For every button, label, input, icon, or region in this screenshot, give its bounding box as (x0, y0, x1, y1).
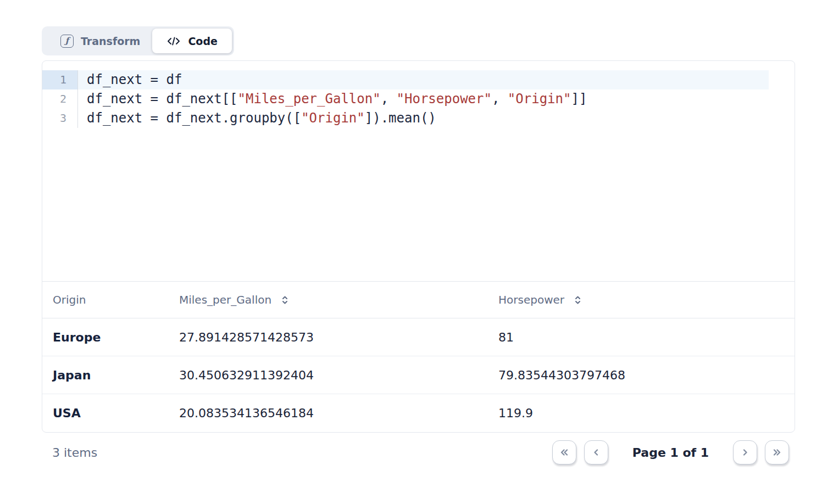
table-row: USA20.083534136546184119.9 (42, 394, 795, 432)
line-number: 1 (42, 70, 78, 89)
column-header-horsepower[interactable]: Horsepower (498, 293, 795, 306)
function-icon: ƒ (60, 35, 74, 48)
tab-code[interactable]: Code (152, 29, 231, 53)
result-table: OriginMiles_per_Gallon Horsepower Europe… (42, 282, 795, 432)
first-page-button[interactable] (552, 440, 576, 464)
value-cell: 81 (498, 331, 795, 344)
code-line[interactable]: 1df_next = df (42, 70, 795, 89)
sort-icon[interactable] (281, 295, 289, 305)
chevron-left-icon (591, 447, 601, 457)
value-cell: 20.083534136546184 (179, 406, 498, 420)
transform-cell: ƒ Transform Code 1df_next = df2df_next =… (0, 0, 833, 504)
tab-transform[interactable]: ƒ Transform (44, 29, 152, 53)
code-editor[interactable]: 1df_next = df2df_next = df_next[["Miles_… (42, 61, 795, 282)
line-number: 3 (42, 109, 78, 128)
code-icon (166, 36, 181, 46)
table-row: Europe27.89142857142857381 (42, 318, 795, 356)
tab-transform-label: Transform (81, 35, 140, 47)
code-line[interactable]: 3df_next = df_next.groupby(["Origin"]).m… (42, 109, 795, 128)
next-page-button[interactable] (733, 440, 757, 464)
page-indicator: Page 1 of 1 (608, 446, 733, 460)
view-mode-toggle: ƒ Transform Code (42, 26, 234, 55)
row-index-cell: Japan (42, 368, 179, 382)
value-cell: 30.450632911392404 (179, 368, 498, 382)
column-header-miles_per_gallon[interactable]: Miles_per_Gallon (179, 293, 498, 306)
sort-icon[interactable] (574, 295, 582, 305)
chevrons-left-icon (559, 447, 570, 457)
code-text: df_next = df_next.groupby(["Origin"]).me… (78, 109, 769, 128)
line-number: 2 (42, 89, 78, 109)
previous-page-button[interactable] (584, 440, 608, 464)
column-header-label: Miles_per_Gallon (179, 293, 271, 306)
value-cell: 27.891428571428573 (179, 331, 498, 344)
row-index-cell: USA (42, 406, 179, 420)
table-body: Europe27.89142857142857381Japan30.450632… (42, 318, 795, 432)
tab-code-label: Code (188, 35, 217, 47)
pagination: Page 1 of 1 (552, 440, 789, 464)
value-cell: 79.83544303797468 (498, 368, 795, 382)
table-header-row: OriginMiles_per_Gallon Horsepower (42, 282, 795, 318)
code-text: df_next = df_next[["Miles_per_Gallon", "… (78, 89, 769, 109)
code-line[interactable]: 2df_next = df_next[["Miles_per_Gallon", … (42, 89, 795, 109)
chevron-right-icon (740, 447, 750, 457)
last-page-button[interactable] (765, 440, 789, 464)
value-cell: 119.9 (498, 406, 795, 420)
column-header-label: Origin (53, 293, 86, 306)
code-text: df_next = df (78, 70, 769, 89)
chevrons-right-icon (771, 447, 782, 457)
table-footer: 3 items Page 1 of 1 (42, 433, 795, 472)
row-index-cell: Europe (42, 331, 179, 344)
table-row: Japan30.45063291139240479.83544303797468 (42, 356, 795, 394)
column-header-label: Horsepower (498, 293, 564, 306)
code-result-panel: 1df_next = df2df_next = df_next[["Miles_… (42, 60, 795, 433)
items-count: 3 items (52, 446, 97, 460)
column-header-origin: Origin (42, 293, 179, 306)
